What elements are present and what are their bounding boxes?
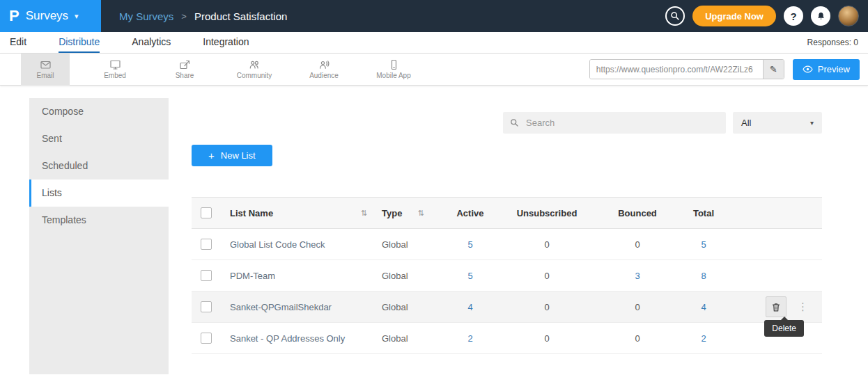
list-filter-dropdown[interactable]: All ▾ <box>733 112 822 134</box>
delete-tooltip: Delete <box>764 320 804 337</box>
total-count-link[interactable]: 8 <box>679 271 728 281</box>
page-title: Product Satisfaction <box>194 10 287 22</box>
toolbar-item-label: Share <box>176 72 194 79</box>
sidebar-item-sent[interactable]: Sent <box>29 125 169 152</box>
active-count-link[interactable]: 5 <box>442 239 498 250</box>
list-name-link[interactable]: Sanket - QP Addresses Only <box>221 333 373 344</box>
active-count-link[interactable]: 4 <box>442 302 498 312</box>
select-all-checkbox[interactable] <box>201 207 212 218</box>
new-list-button[interactable]: + New List <box>192 145 272 166</box>
bounced-count: 0 <box>596 239 679 250</box>
total-count-link[interactable]: 2 <box>679 333 728 344</box>
row-checkbox[interactable] <box>201 270 212 281</box>
toolbar-item-label: Community <box>237 72 272 79</box>
column-header-active: Active <box>442 208 498 218</box>
preview-label: Preview <box>818 64 850 74</box>
delete-list-button[interactable] <box>766 296 786 317</box>
bounced-count: 0 <box>596 302 679 312</box>
breadcrumb-separator: > <box>181 11 187 22</box>
toolbar-item-share[interactable]: Share <box>160 54 209 86</box>
toolbar-item-label: Audience <box>309 72 339 79</box>
topbar-actions: Upgrade Now ? <box>665 6 868 26</box>
column-header-type[interactable]: Type ⇅ <box>373 208 442 218</box>
tab-analytics[interactable]: Analytics <box>132 32 171 53</box>
community-icon <box>249 59 261 70</box>
questionpro-logo: P <box>9 8 20 24</box>
row-checkbox[interactable] <box>201 333 212 344</box>
row-actions: ⋮ Delete <box>728 292 822 322</box>
bounced-count-link[interactable]: 3 <box>596 271 679 281</box>
email-sidebar: Compose Sent Scheduled Lists Templates <box>29 98 169 374</box>
survey-nav-tabs: Edit Distribute Analytics Integration Re… <box>0 32 868 54</box>
sort-icon[interactable]: ⇅ <box>417 209 424 218</box>
table-row: Sanket - QP Addresses Only Global 2 0 0 … <box>192 323 822 354</box>
edit-url-button[interactable]: ✎ <box>763 60 784 79</box>
chevron-down-icon: ▾ <box>75 12 79 21</box>
toolbar-item-label: Mobile App <box>376 72 410 79</box>
column-header-total: Total <box>679 208 728 218</box>
list-name-link[interactable]: Global List Code Check <box>221 239 373 250</box>
table-header-row: List Name ⇅ Type ⇅ Active Unsubscribed B… <box>192 198 822 229</box>
new-list-label: New List <box>221 150 256 161</box>
list-name-link[interactable]: PDM-Team <box>221 271 373 281</box>
product-label: Surveys <box>26 9 68 23</box>
mobile-app-icon <box>388 59 400 70</box>
filter-row: All ▾ <box>192 112 822 134</box>
top-bar: P Surveys ▾ My Surveys > Product Satisfa… <box>0 0 868 32</box>
toolbar-item-label: Email <box>36 72 54 79</box>
row-more-menu-button[interactable]: ⋮ <box>796 301 809 313</box>
toolbar-item-email[interactable]: Email <box>21 54 70 86</box>
sidebar-item-scheduled[interactable]: Scheduled <box>29 152 169 179</box>
active-count-link[interactable]: 2 <box>442 333 498 344</box>
list-search-input[interactable] <box>525 117 719 129</box>
sidebar-item-lists[interactable]: Lists <box>29 179 169 207</box>
sort-icon[interactable]: ⇅ <box>361 209 367 218</box>
list-type: Global <box>373 271 442 281</box>
list-type: Global <box>373 239 442 250</box>
toolbar-item-embed[interactable]: Embed <box>91 54 139 86</box>
header-label: Type <box>382 208 402 218</box>
search-icon <box>510 118 519 127</box>
notifications-button[interactable] <box>811 6 830 26</box>
tab-integration[interactable]: Integration <box>203 32 249 53</box>
survey-url-input[interactable] <box>590 60 763 79</box>
user-avatar[interactable] <box>838 6 859 26</box>
sidebar-item-compose[interactable]: Compose <box>29 98 169 125</box>
main-area: Compose Sent Scheduled Lists Templates A… <box>0 86 868 374</box>
chevron-down-icon: ▾ <box>810 119 814 127</box>
plus-icon: + <box>208 150 215 161</box>
question-mark-icon: ? <box>790 10 796 22</box>
lists-content: All ▾ + New List List Name ⇅ Type ⇅ Acti… <box>169 86 868 374</box>
email-icon <box>40 59 52 70</box>
distribute-toolbar: Email Embed Share Community <box>0 54 868 86</box>
filter-selected-value: All <box>741 118 751 128</box>
total-count-link[interactable]: 4 <box>679 302 728 312</box>
table-row: Global List Code Check Global 5 0 0 5 <box>192 229 822 260</box>
sidebar-item-templates[interactable]: Templates <box>29 207 169 234</box>
tab-distribute[interactable]: Distribute <box>59 32 100 53</box>
toolbar-item-community[interactable]: Community <box>230 54 279 86</box>
total-count-link[interactable]: 5 <box>679 239 728 250</box>
column-header-list-name[interactable]: List Name ⇅ <box>221 208 373 218</box>
column-header-unsubscribed: Unsubscribed <box>498 208 596 218</box>
surveys-product-menu[interactable]: P Surveys ▾ <box>0 0 101 32</box>
list-name-link[interactable]: Sanket-QPGmailShekdar <box>221 302 373 312</box>
help-button[interactable]: ? <box>784 6 803 26</box>
row-checkbox[interactable] <box>201 239 212 250</box>
pencil-icon: ✎ <box>770 64 777 74</box>
bell-icon <box>816 11 826 22</box>
row-checkbox[interactable] <box>201 301 212 312</box>
global-search-button[interactable] <box>665 6 685 26</box>
tab-edit[interactable]: Edit <box>10 32 26 53</box>
active-count-link[interactable]: 5 <box>442 271 498 281</box>
list-search-box <box>503 112 726 134</box>
upgrade-now-button[interactable]: Upgrade Now <box>692 6 776 26</box>
breadcrumb-my-surveys[interactable]: My Surveys <box>119 10 173 22</box>
toolbar-item-mobile-app[interactable]: Mobile App <box>369 54 418 86</box>
toolbar-item-audience[interactable]: Audience <box>300 54 348 86</box>
preview-button[interactable]: Preview <box>793 59 860 80</box>
bounced-count: 0 <box>596 333 679 344</box>
table-row: PDM-Team Global 5 0 3 8 <box>192 260 822 292</box>
unsubscribed-count: 0 <box>498 302 596 312</box>
search-icon <box>670 11 680 21</box>
